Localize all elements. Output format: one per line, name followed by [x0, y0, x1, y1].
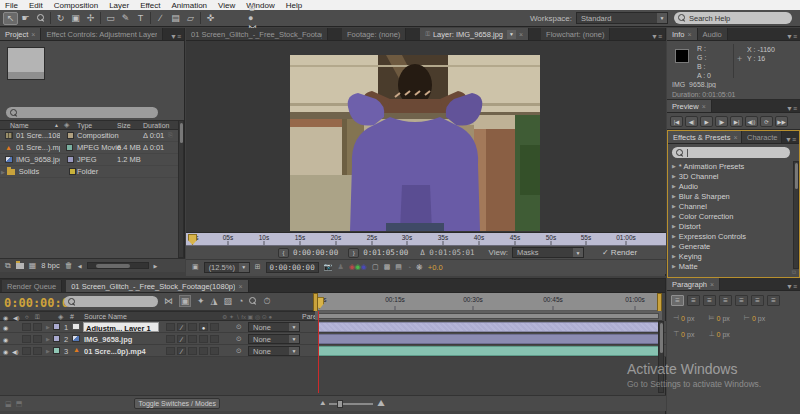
quality-switch[interactable]	[166, 323, 175, 331]
col-size[interactable]: Size	[117, 122, 131, 129]
motion-blur-switch[interactable]	[210, 347, 219, 355]
panel-menu-icon[interactable]: ▼≡	[783, 33, 800, 40]
rotate-tool-icon[interactable]: ↻	[53, 12, 68, 25]
tab-preview[interactable]: Preview×	[667, 100, 712, 112]
snapshot-icon[interactable]: 📷	[324, 263, 333, 271]
layer-time-ruler[interactable]: 0s 05s 10s 15s 20s 25s 30s 35s 40s 45s 5…	[186, 232, 666, 246]
live-update-icon[interactable]: ▣	[179, 295, 191, 307]
quality-switch[interactable]	[166, 335, 175, 343]
space-after-field[interactable]: ⊥0px	[708, 330, 729, 338]
parent-pickwhip-icon[interactable]: ⊙	[236, 335, 242, 343]
layer-name[interactable]: IMG_9658.jpg	[84, 335, 162, 344]
eye-icon[interactable]: ◉	[3, 336, 8, 343]
show-channel-icon[interactable]: ◉◉◉	[349, 263, 367, 271]
graph-editor-icon[interactable]: ⏱	[263, 296, 270, 307]
layer-row-1[interactable]: ◉ ▶ 1 Adjustm... Layer 1 ∕ ● ⊙ None ▼	[0, 321, 666, 333]
menu-layer[interactable]: Layer	[109, 1, 129, 10]
paint-effect-dot[interactable]: ●	[199, 323, 208, 331]
comp-mini-flowchart-icon[interactable]: ⋈	[164, 296, 173, 306]
panel-menu-icon[interactable]: ▼≡	[782, 136, 799, 143]
space-before-field[interactable]: ⊤0px	[673, 330, 694, 338]
viewer-current-time[interactable]: 0:00:00:00	[266, 262, 319, 273]
source-name-column[interactable]: Source Name	[84, 313, 127, 320]
quality-slash-switch[interactable]: ∕	[177, 347, 186, 355]
resolution-icon[interactable]: ▢	[372, 263, 379, 271]
tab-audio[interactable]: Audio	[698, 28, 728, 40]
scroll-right-icon[interactable]: ▶	[154, 263, 158, 269]
project-row-mp4[interactable]: ▲ 01 Scre...).mp4 MPEG Movie 6.4 MB Δ 0:…	[0, 142, 178, 154]
in-time[interactable]: 0:00:00:00	[293, 248, 338, 257]
magnification-dropdown[interactable]: (12.5%) ▼	[204, 262, 250, 273]
hand-tool-icon[interactable]: ☛	[18, 12, 33, 25]
label-chip[interactable]	[67, 132, 74, 139]
expand-arrow-icon[interactable]: ▶	[46, 324, 50, 330]
effects-category[interactable]: ▶Keying	[668, 251, 794, 261]
quality-switch[interactable]	[166, 347, 175, 355]
label-chip[interactable]	[69, 168, 76, 175]
layer-bar-video[interactable]	[318, 346, 660, 356]
menu-effect[interactable]: Effect	[140, 1, 160, 10]
brush-tool-icon[interactable]: ∕	[153, 12, 168, 25]
effects-category[interactable]: ▶Matte	[668, 261, 794, 271]
interpret-footage-icon[interactable]: ⧉	[5, 261, 11, 271]
playhead-line[interactable]	[318, 311, 319, 393]
tab-character[interactable]: Characte	[742, 131, 782, 143]
tab-info[interactable]: Info×	[667, 28, 698, 40]
effect-switch[interactable]	[188, 347, 197, 355]
show-snapshot-icon[interactable]: ♟	[337, 263, 343, 271]
shape-tool-icon[interactable]: ▭	[103, 12, 118, 25]
region-of-interest-icon[interactable]: ▩	[384, 263, 391, 271]
frame-blending-icon[interactable]: ▨	[223, 296, 232, 306]
effects-category[interactable]: ▶Generate	[668, 241, 794, 251]
timeline-button-icon[interactable]: ◔	[407, 264, 411, 271]
parent-dropdown[interactable]: None ▼	[248, 346, 300, 356]
new-composition-icon[interactable]: ▦	[29, 261, 37, 270]
lock-switch[interactable]	[33, 323, 42, 331]
timeline-zoom-slider[interactable]	[329, 403, 373, 405]
effects-category[interactable]: ▶Expression Controls	[668, 231, 794, 241]
render-checkbox[interactable]: ✓ Render	[602, 248, 637, 257]
solo-switch[interactable]	[22, 323, 31, 331]
expand-arrow-icon[interactable]: ▶	[46, 336, 50, 342]
tab-layer[interactable]: ⚿ Layer: IMG_9658.jpg ▼ ×	[420, 28, 529, 40]
search-help-box[interactable]: Search Help	[674, 12, 792, 24]
layer-bar-image[interactable]	[318, 334, 660, 344]
project-row-composition[interactable]: 01 Scre...1080p) Composition Δ 0:01 ⎘	[0, 130, 178, 142]
justify-all-button[interactable]: ≡	[767, 295, 780, 306]
zoom-tool-icon[interactable]	[33, 12, 48, 25]
transparency-grid-icon[interactable]: ▤	[395, 263, 402, 271]
frame-blend-switch[interactable]	[199, 335, 208, 343]
label-color-icon[interactable]: ◈	[64, 121, 69, 129]
expand-arrow-icon[interactable]: ▶	[1, 169, 5, 175]
expand-in-out-icon[interactable]: ⬓	[5, 400, 12, 408]
always-preview-icon[interactable]: ▣	[192, 263, 199, 271]
effects-category[interactable]: ▶3D Channel	[668, 171, 794, 181]
in-point-button[interactable]: {	[278, 248, 289, 258]
tab-composition[interactable]: 01 Screen_Glitch_-_Free_Stock_Footage(10…	[186, 28, 328, 40]
out-point-button[interactable]: }	[348, 248, 359, 258]
first-frame-button[interactable]: |◀	[670, 116, 683, 127]
menu-help[interactable]: Help	[286, 1, 302, 10]
project-scrollbar[interactable]	[178, 120, 184, 258]
trash-icon[interactable]: 🗑	[65, 261, 73, 270]
layer-color-chip[interactable]	[53, 323, 60, 330]
panel-menu-icon[interactable]: ▼≡	[783, 105, 800, 112]
col-type[interactable]: Type	[77, 122, 92, 129]
camera-tool-icon[interactable]: ▣	[68, 12, 83, 25]
toggle-switches-modes-button[interactable]: Toggle Switches / Modes	[134, 398, 220, 409]
zoom-in-mountain-icon[interactable]: ⛰	[377, 398, 385, 409]
indent-right-field[interactable]: ⊢0px	[744, 314, 765, 322]
expand-render-icon[interactable]: ⬒	[16, 400, 23, 408]
selection-tool-icon[interactable]: ↖	[3, 12, 18, 25]
parent-dropdown[interactable]: None ▼	[248, 322, 300, 332]
panel-resize-icon[interactable]: ⧉	[792, 269, 796, 276]
menu-composition[interactable]: Composition	[54, 1, 98, 10]
effects-category[interactable]: ▶* Animation Presets	[668, 161, 794, 171]
pan-behind-tool-icon[interactable]: ✢	[83, 12, 98, 25]
parent-pickwhip-icon[interactable]: ⊙	[236, 323, 242, 331]
effects-scrollbar[interactable]	[793, 161, 799, 269]
next-frame-button[interactable]: |▶	[715, 116, 728, 127]
loop-button[interactable]: ⟳	[760, 116, 773, 127]
justify-last-right-button[interactable]: ≡	[751, 295, 764, 306]
exposure-icon[interactable]: ❋	[416, 263, 423, 272]
